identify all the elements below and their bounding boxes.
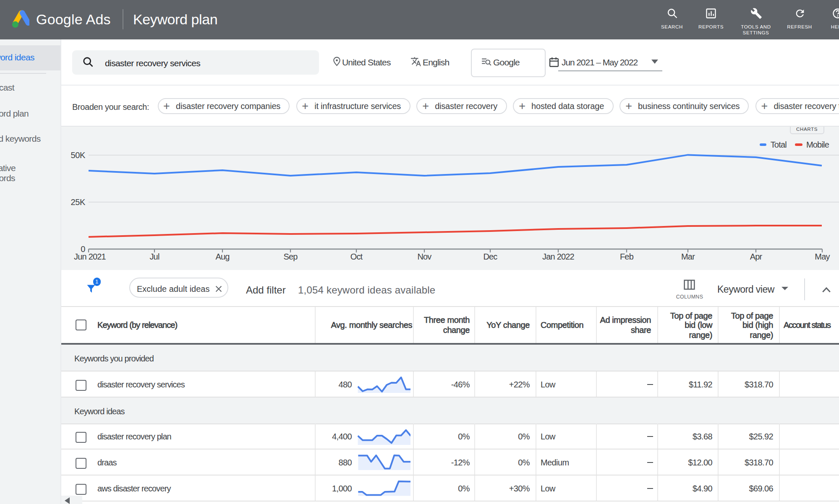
svg-text:50K: 50K xyxy=(71,151,86,160)
svg-text:Feb: Feb xyxy=(620,252,634,261)
svg-text:25K: 25K xyxy=(71,197,86,207)
svg-text:Mar: Mar xyxy=(681,252,695,261)
svg-text:Nov: Nov xyxy=(417,252,431,261)
svg-text:Dec: Dec xyxy=(483,252,497,261)
svg-text:May: May xyxy=(815,252,830,261)
svg-text:Jul: Jul xyxy=(149,252,159,261)
svg-text:Apr: Apr xyxy=(750,252,763,261)
svg-text:Aug: Aug xyxy=(215,252,229,261)
svg-text:Jan 2022: Jan 2022 xyxy=(542,252,575,261)
svg-text:Oct: Oct xyxy=(350,252,363,261)
svg-text:Sep: Sep xyxy=(283,252,298,261)
svg-text:Jun 2021: Jun 2021 xyxy=(74,252,106,261)
